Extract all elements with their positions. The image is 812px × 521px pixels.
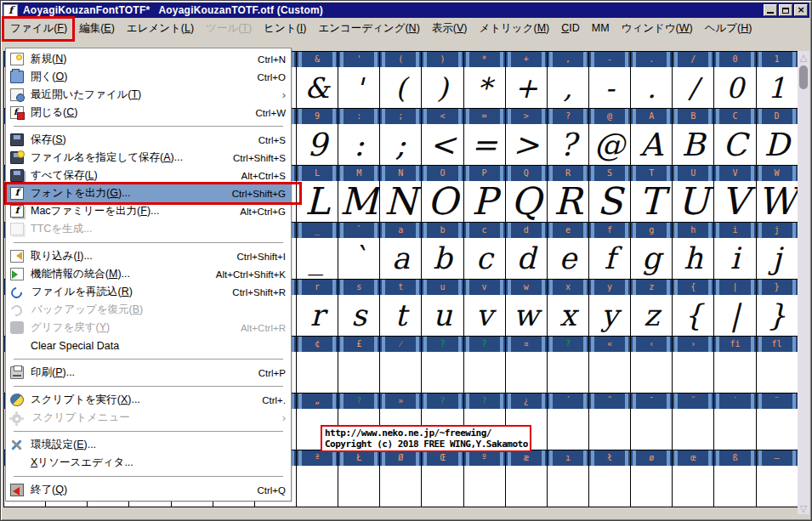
menu-item-save-all[interactable]: すべて保存(L)Alt+Ctrl+S — [6, 167, 291, 184]
glyph-header-cell[interactable]: ( — [380, 52, 422, 67]
glyph-cell[interactable]: Q — [506, 181, 548, 223]
menubar-item-metrics[interactable]: メトリック(M) — [473, 19, 555, 38]
glyph-header-cell[interactable]: „ — [297, 394, 338, 409]
glyph-header-cell[interactable]: ˘ — [673, 394, 714, 409]
glyph-cell[interactable] — [589, 466, 631, 507]
glyph-cell[interactable]: 9 — [297, 124, 338, 166]
glyph-cell[interactable]: A — [631, 124, 673, 166]
glyph-cell[interactable] — [714, 352, 756, 394]
menubar-item-hints[interactable]: ヒント(I) — [258, 19, 312, 38]
menu-item-recent[interactable]: 最近開いたファイル(T)› — [6, 86, 291, 104]
glyph-cell[interactable]: x — [548, 295, 589, 337]
menubar-item-view[interactable]: 表示(V) — [426, 19, 474, 38]
glyph-cell[interactable]: B — [673, 124, 714, 166]
glyph-cell[interactable]: w — [506, 295, 548, 337]
scroll-up-icon[interactable]: △ — [798, 52, 809, 62]
glyph-header-cell[interactable]: ‹ — [631, 337, 673, 352]
menu-item-save[interactable]: 保存(S)Ctrl+S — [6, 131, 291, 149]
glyph-cell[interactable] — [631, 466, 673, 507]
glyph-header-cell[interactable]: y — [589, 280, 631, 295]
glyph-header-cell[interactable]: c — [464, 223, 506, 238]
menu-item-open[interactable]: 開く(O)Ctrl+O — [6, 68, 291, 86]
glyph-header-cell[interactable]: b — [422, 223, 463, 238]
menu-item-x-resource-editor[interactable]: Xリソースエディタ... — [6, 454, 291, 472]
glyph-cell[interactable]: | — [714, 295, 756, 337]
glyph-header-cell[interactable]: ˙ — [714, 394, 756, 409]
glyph-header-cell[interactable]: Œ — [422, 450, 463, 466]
glyph-header-cell[interactable]: £ — [338, 337, 380, 352]
menubar-item-mm[interactable]: MM — [586, 20, 616, 37]
glyph-cell[interactable] — [714, 409, 756, 450]
menu-item-merge-feature-info[interactable]: 機能情報の統合(M)...Alt+Ctrl+Shift+K — [6, 265, 291, 283]
menubar-item-window[interactable]: ウィンドウ(W) — [616, 19, 699, 38]
glyph-header-cell[interactable]: 0 — [714, 52, 756, 67]
glyph-header-cell[interactable]: > — [506, 109, 548, 124]
glyph-cell[interactable]: 1 — [757, 67, 798, 109]
glyph-header-cell[interactable]: 9 — [297, 109, 338, 124]
glyph-cell[interactable] — [757, 352, 798, 394]
menu-item-quit[interactable]: 終了(Q)Ctrl+Q — [6, 481, 291, 499]
glyph-header-cell[interactable]: › — [673, 337, 714, 352]
menu-item-save-as[interactable]: ファイル名を指定して保存(A)...Ctrl+Shift+S — [6, 149, 291, 167]
glyph-cell[interactable]: _ — [297, 238, 338, 280]
menubar-item-element[interactable]: エレメント(L) — [121, 19, 200, 38]
glyph-header-cell[interactable]: P — [464, 166, 506, 181]
glyph-cell[interactable]: & — [297, 67, 338, 109]
glyph-header-cell[interactable]: fi — [714, 337, 756, 352]
glyph-header-cell[interactable]: ª — [297, 450, 338, 466]
glyph-header-cell[interactable]: – — [757, 450, 798, 466]
glyph-header-cell[interactable]: ? — [548, 109, 589, 124]
glyph-cell[interactable]: > — [506, 124, 548, 166]
glyph-header-cell[interactable]: ¿ — [506, 394, 548, 409]
glyph-header-cell[interactable]: < — [422, 109, 463, 124]
glyph-cell[interactable]: S — [589, 181, 631, 223]
glyph-header-cell[interactable]: = — [464, 109, 506, 124]
glyph-header-cell[interactable]: ı — [548, 450, 589, 466]
glyph-header-cell[interactable]: æ — [506, 450, 548, 466]
glyph-cell[interactable]: @ — [589, 124, 631, 166]
glyph-cell[interactable]: R — [548, 181, 589, 223]
glyph-cell[interactable] — [548, 352, 589, 394]
glyph-cell[interactable]: ? — [548, 124, 589, 166]
glyph-header-cell[interactable]: . — [631, 52, 673, 67]
glyph-cell[interactable] — [380, 466, 422, 507]
glyph-header-cell[interactable]: S — [589, 166, 631, 181]
glyph-header-cell[interactable]: 1 — [757, 52, 798, 67]
glyph-header-cell[interactable]: _ — [297, 223, 338, 238]
glyph-header-cell[interactable]: | — [714, 280, 756, 295]
glyph-header-cell[interactable]: ´ — [548, 394, 589, 409]
scroll-down-icon[interactable]: ▽ — [798, 503, 809, 513]
glyph-cell[interactable]: * — [464, 67, 506, 109]
glyph-header-cell[interactable]: O — [422, 166, 463, 181]
glyph-cell[interactable]: v — [464, 295, 506, 337]
glyph-cell[interactable]: { — [673, 295, 714, 337]
glyph-header-cell[interactable]: h — [673, 223, 714, 238]
glyph-cell[interactable]: L — [297, 181, 338, 223]
glyph-cell[interactable] — [631, 352, 673, 394]
glyph-cell[interactable] — [673, 409, 714, 450]
glyph-cell[interactable] — [506, 352, 548, 394]
glyph-header-cell[interactable]: g — [631, 223, 673, 238]
glyph-cell[interactable]: } — [757, 295, 798, 337]
glyph-header-cell[interactable]: Ł — [338, 450, 380, 466]
glyph-header-cell[interactable]: « — [589, 337, 631, 352]
menu-item-new[interactable]: 新規(N)Ctrl+N — [6, 50, 291, 68]
glyph-cell[interactable] — [380, 352, 422, 394]
glyph-cell[interactable]: < — [422, 124, 463, 166]
glyph-header-cell[interactable]: f — [589, 223, 631, 238]
maximize-button[interactable] — [779, 4, 792, 16]
glyph-header-cell[interactable]: w — [506, 280, 548, 295]
glyph-header-cell[interactable]: ? — [464, 394, 506, 409]
glyph-header-cell[interactable]: ˜ — [589, 394, 631, 409]
glyph-cell[interactable]: W — [757, 181, 798, 223]
glyph-header-cell[interactable]: » — [380, 394, 422, 409]
glyph-header-cell[interactable]: C — [714, 109, 756, 124]
scrollbar-thumb[interactable] — [799, 65, 808, 89]
glyph-cell[interactable]: b — [422, 238, 463, 280]
glyph-header-cell[interactable]: : — [338, 109, 380, 124]
glyph-cell[interactable]: g — [631, 238, 673, 280]
menu-item-execute-script[interactable]: スクリプトを実行(X)...Ctrl+. — [6, 391, 291, 409]
glyph-cell[interactable]: U — [673, 181, 714, 223]
glyph-header-cell[interactable]: ' — [338, 52, 380, 67]
glyph-header-cell[interactable]: x — [548, 280, 589, 295]
